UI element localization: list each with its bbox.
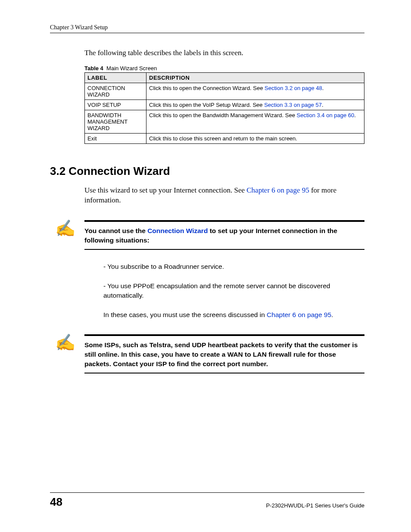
xref-link[interactable]: Section 3.4 on page 60 <box>297 112 355 118</box>
row-label: CONNECTION WIZARD <box>85 83 146 100</box>
note-rule-top <box>84 220 364 222</box>
xref-link[interactable]: Chapter 6 on page 95 <box>267 311 331 318</box>
row-label: Exit <box>85 134 146 144</box>
row-description: Click this to open the Bandwidth Managem… <box>146 110 364 134</box>
running-header: Chapter 3 Wizard Setup <box>50 24 364 31</box>
section-heading: 3.2 Connection Wizard <box>50 165 364 178</box>
note-details: - You subscribe to a Roadrunner service.… <box>103 262 364 320</box>
note-rule-bottom <box>84 249 364 250</box>
section-intro: Use this wizard to set up your Internet … <box>84 186 364 205</box>
note-icon: ✍ <box>55 334 75 351</box>
header-rule <box>50 33 364 33</box>
table-row: Exit Click this to close this screen and… <box>85 134 364 144</box>
xref-link[interactable]: Section 3.3 on page 57 <box>264 102 322 108</box>
doc-title: P-2302HWUDL-P1 Series User's Guide <box>266 502 364 509</box>
row-label: BANDWIDTH MANAGEMENT WIZARD <box>85 110 146 134</box>
row-description: Click this to open the Connection Wizard… <box>146 83 364 100</box>
note-block: ✍ Some ISPs, such as Telstra, send UDP h… <box>84 334 364 373</box>
table-title: Main Wizard Screen <box>106 65 157 72</box>
table-row: BANDWIDTH MANAGEMENT WIZARD Click this t… <box>85 110 364 134</box>
table-number: Table 4 <box>84 65 103 72</box>
bullet-item: - You use PPPoE encapsulation and the re… <box>103 281 364 301</box>
col-header-description: DESCRIPTION <box>146 73 364 83</box>
page-footer: 48 P-2302HWUDL-P1 Series User's Guide <box>50 492 364 509</box>
intro-paragraph: The following table describes the labels… <box>84 49 364 57</box>
note-text: You cannot use the Connection Wizard to … <box>84 226 364 245</box>
note-icon: ✍ <box>55 220 75 236</box>
xref-link[interactable]: Chapter 6 on page 95 <box>246 186 309 194</box>
closing-sentence: In these cases, you must use the screens… <box>103 310 364 320</box>
bullet-item: - You subscribe to a Roadrunner service. <box>103 262 364 271</box>
page: Chapter 3 Wizard Setup The following tab… <box>0 0 411 532</box>
note-text: Some ISPs, such as Telstra, send UDP hea… <box>84 340 364 368</box>
row-description: Click this to close this screen and retu… <box>146 134 364 144</box>
note-rule-bottom <box>84 373 364 373</box>
table-header-row: LABEL DESCRIPTION <box>85 73 364 83</box>
row-description: Click this to open the VoIP Setup Wizard… <box>146 100 364 110</box>
row-label: VOIP SETUP <box>85 100 146 110</box>
table-caption: Table 4 Main Wizard Screen <box>84 65 364 72</box>
note-block: ✍ You cannot use the Connection Wizard t… <box>84 220 364 250</box>
main-wizard-table: LABEL DESCRIPTION CONNECTION WIZARD Clic… <box>84 72 364 144</box>
col-header-label: LABEL <box>85 73 146 83</box>
xref-link[interactable]: Section 3.2 on page 48 <box>265 85 322 91</box>
table-row: VOIP SETUP Click this to open the VoIP S… <box>85 100 364 110</box>
page-number: 48 <box>50 495 62 509</box>
table-row: CONNECTION WIZARD Click this to open the… <box>85 83 364 100</box>
xref-link[interactable]: Connection Wizard <box>147 227 208 234</box>
footer-rule <box>50 492 364 493</box>
note-rule-top <box>84 334 364 336</box>
